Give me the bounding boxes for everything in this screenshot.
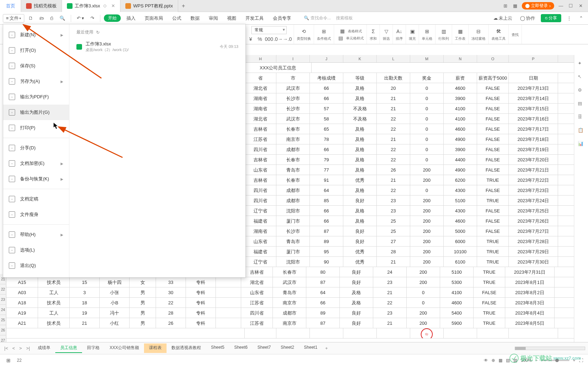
open-icon[interactable]: 🗁 [37, 14, 46, 22]
table-cell[interactable]: 江苏省 [241, 318, 273, 328]
table-cell[interactable]: 0 [407, 298, 440, 308]
table-cell[interactable]: 0 [410, 155, 444, 165]
table-cell[interactable]: 21 [373, 287, 407, 297]
table-cell[interactable]: TRUE [477, 236, 509, 246]
comma-icon[interactable]: 000 [265, 36, 273, 43]
table-cell[interactable]: 2023年7月15日 [509, 104, 558, 113]
table-cell[interactable]: 200 [410, 206, 444, 216]
table-cell[interactable]: 及格 [340, 287, 373, 297]
coop-button[interactable]: ◯ 协作 [518, 14, 537, 23]
table-cell[interactable]: 厦门市 [276, 216, 310, 226]
table-cell[interactable]: FALSE [477, 206, 509, 216]
login-button[interactable]: 立即登录 › [522, 2, 554, 10]
table-cell[interactable]: 2023年8月4日 [505, 308, 555, 318]
view-focus-icon[interactable]: ⊕ [492, 358, 495, 363]
ribbon-tab-start[interactable]: 开始 [104, 14, 121, 22]
table-cell[interactable]: 专科 [186, 308, 216, 318]
table-cell[interactable]: A21 [6, 318, 38, 328]
table-cell[interactable]: 25 [377, 226, 410, 236]
column-header[interactable]: J [310, 55, 343, 62]
table-cell[interactable]: 及格 [343, 134, 377, 144]
table-cell[interactable]: 南京市 [276, 134, 310, 144]
ribbon-tab-dev[interactable]: 开发工具 [242, 14, 267, 23]
table-cell[interactable]: 青岛市 [276, 236, 310, 246]
table-cell[interactable]: 专科 [186, 318, 216, 328]
collapse-ribbon-icon[interactable]: ⌃ [577, 14, 585, 22]
table-cell[interactable]: FALSE [477, 104, 509, 113]
ribbon-tab-view[interactable]: 视图 [224, 14, 240, 23]
sheet-tab[interactable]: 课程表 [144, 343, 167, 353]
table-cell[interactable]: FALSE [477, 185, 509, 195]
table-cell[interactable]: 2023年7月30日 [509, 257, 558, 267]
ribbon-tab-formula[interactable]: 公式 [169, 14, 185, 23]
table-cell[interactable]: 良好 [340, 308, 373, 318]
table-cell[interactable]: 22 [377, 155, 410, 165]
settings-icon[interactable]: ⚙ [578, 87, 585, 94]
table-cell[interactable]: 0 [410, 114, 444, 124]
table-cell[interactable]: TRUE [474, 267, 505, 277]
file-menu-item[interactable]: ▫输出为PDF(F) [3, 89, 69, 105]
table-cell[interactable]: 湖南省 [245, 226, 276, 236]
table-cell[interactable]: 58 [310, 114, 343, 124]
table-cell[interactable]: 山东省 [241, 287, 273, 297]
table-cell[interactable]: 200 [410, 226, 444, 236]
column-header[interactable]: H [245, 55, 276, 62]
table-cell[interactable]: 小张 [100, 287, 130, 297]
doc-tab[interactable]: 工作簿3.xlsx✕ [62, 0, 120, 12]
table-cell[interactable]: 优秀 [343, 257, 377, 267]
table-cell[interactable]: 85 [310, 196, 343, 205]
table-cell[interactable]: 及格 [343, 144, 377, 154]
table-cell[interactable]: 及格 [340, 298, 373, 308]
table-cell[interactable]: 2023年7月14日 [509, 93, 558, 103]
tab-home[interactable]: 首页 [0, 0, 21, 12]
table-cell[interactable]: 27 [377, 236, 410, 246]
table-cell[interactable]: 23 [377, 196, 410, 205]
table-header[interactable]: 等级 [343, 73, 377, 83]
table-cell[interactable]: 3900 [444, 144, 477, 154]
table-cell[interactable]: 良好 [340, 318, 373, 328]
sheet-nav-next[interactable]: > [18, 345, 24, 352]
table-cell[interactable]: 66 [306, 298, 340, 308]
table-cell[interactable]: 21 [70, 318, 100, 328]
table-cell[interactable]: 4600 [444, 216, 477, 226]
table-header[interactable]: 奖金 [410, 73, 444, 83]
table-cell[interactable]: 66 [310, 144, 343, 154]
table-cell[interactable]: 4900 [444, 165, 477, 175]
table-cell[interactable]: 男 [130, 308, 156, 318]
table-cell[interactable]: 技术员 [38, 298, 70, 308]
table-cell[interactable]: 4400 [444, 155, 477, 165]
table-cell[interactable]: 65 [310, 124, 343, 134]
table-cell[interactable]: 福建省 [245, 216, 276, 226]
table-cell[interactable]: 200 [410, 236, 444, 246]
table-cell[interactable]: 22 [377, 114, 410, 124]
file-menu-item[interactable]: ▫输出为图片(G) [3, 105, 69, 120]
doc-tab[interactable]: 找稻壳模板 [21, 0, 62, 12]
table-cell[interactable]: FALSE [477, 93, 509, 103]
minimize-icon[interactable]: ― [558, 3, 564, 9]
row-header[interactable]: 23 [0, 294, 6, 305]
table-cell[interactable]: 良好 [340, 267, 373, 277]
table-cell[interactable]: 87 [306, 277, 340, 287]
table-cell[interactable]: 79 [310, 155, 343, 165]
table-header[interactable]: 省 [245, 73, 276, 83]
currency-icon[interactable]: ¥ [247, 36, 254, 43]
table-cell[interactable]: 及格 [343, 83, 377, 93]
tab-close-icon[interactable]: ✕ [111, 3, 115, 8]
file-menu-item[interactable]: ▫保存(S) [3, 58, 69, 74]
file-menu-item[interactable]: ▫文档定稿 [3, 191, 69, 207]
table-header[interactable]: 出勤天数 [377, 73, 410, 83]
table-cell[interactable]: 四川省 [245, 185, 276, 195]
column-header[interactable]: N [444, 55, 477, 62]
apps-icon[interactable]: ▦ [512, 3, 518, 9]
sheet-tab[interactable]: Sheet7 [252, 343, 276, 353]
table-cell[interactable]: 江苏省 [241, 298, 273, 308]
table-cell[interactable]: 2023年7月31日 [505, 267, 555, 277]
type-convert[interactable]: ⟲类型转换 [294, 25, 314, 44]
table-cell[interactable]: 10100 [444, 247, 477, 256]
filter[interactable]: ▽筛选 [380, 25, 393, 44]
table-cell[interactable]: 200 [407, 267, 440, 277]
file-menu-item[interactable]: ▫新建(N)▶ [3, 27, 69, 43]
file-menu-item[interactable]: ▫打印(P)▶ [3, 120, 69, 136]
table-cell[interactable]: 及格 [343, 124, 377, 134]
file-menu-item[interactable]: ▫选项(L) [3, 242, 69, 258]
